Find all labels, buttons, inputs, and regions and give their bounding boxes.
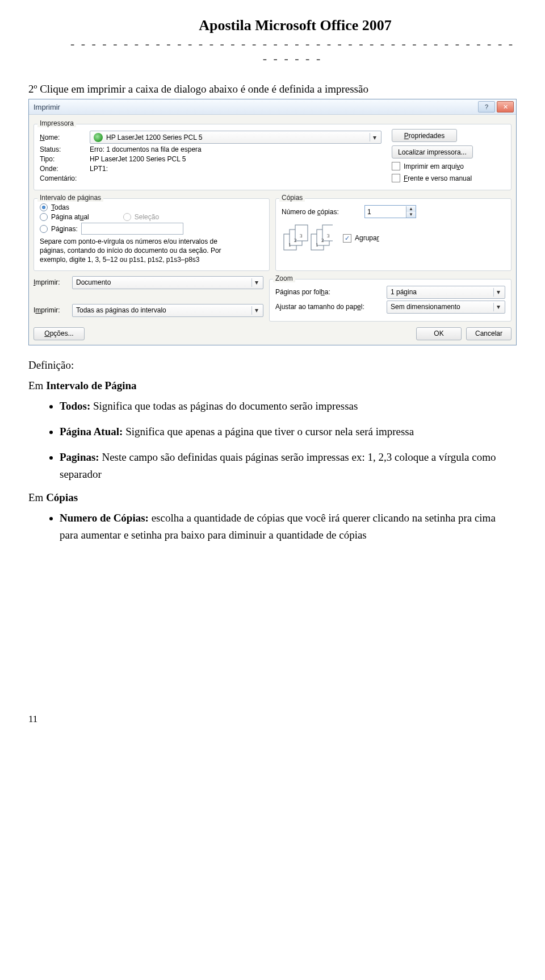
radio-icon (40, 213, 48, 221)
svg-text:2: 2 (294, 237, 297, 243)
lbl-tipo: Tipo: (40, 155, 86, 163)
chevron-down-icon: ▾ (370, 133, 379, 141)
collate-diagram-icon: 123 123 (282, 224, 333, 252)
properties-button[interactable]: Propriedades (392, 129, 457, 142)
lbl-onde: Onde: (40, 165, 86, 173)
intervalo-heading: Em Intervalo de Página (28, 380, 517, 392)
doc-title: Apostila Microsoft Office 2007 (28, 17, 517, 34)
svg-text:2: 2 (321, 237, 324, 243)
copias-heading: Em Cópias (28, 491, 517, 504)
svg-text:1: 1 (316, 242, 318, 248)
svg-text:1: 1 (288, 242, 291, 248)
printer-legend: Impressora (37, 119, 76, 127)
zoom-legend: Zoom (273, 274, 295, 282)
pages-per-sheet-text: 1 página (391, 288, 493, 296)
find-printer-button[interactable]: Localizar impressora... (392, 145, 473, 159)
print-what-text: Documento (76, 278, 251, 286)
page-number: 11 (28, 714, 517, 725)
chevron-down-icon: ▾ (493, 288, 503, 297)
copies-group: Cópias Número de cópias: ▲ ▼ (275, 198, 512, 271)
radio-icon (40, 225, 48, 233)
dialog-title: Imprimir (33, 103, 60, 111)
list-item: Paginas: Neste campo são definidas quais… (60, 449, 517, 482)
printer-name-dropdown[interactable]: HP LaserJet 1200 Series PCL 5 ▾ (90, 131, 382, 144)
onde-text: LPT1: (90, 165, 108, 173)
radio-paginas[interactable]: Páginas: (40, 225, 78, 233)
checkbox-icon (392, 174, 400, 182)
radio-icon (123, 213, 131, 221)
lbl-imprimir-2: Imprimir: (33, 306, 69, 314)
close-button[interactable]: ✕ (497, 101, 514, 112)
collate-checkbox[interactable]: ✓ Agrupar (343, 234, 379, 243)
scale-to-paper-dropdown[interactable]: Sem dimensionamento ▾ (387, 301, 505, 314)
printer-icon (94, 133, 103, 142)
lbl-imprimir-1: Imprimir: (33, 278, 69, 286)
radio-selected-icon (40, 203, 48, 211)
tipo-text: HP LaserJet 1200 Series PCL 5 (90, 155, 186, 163)
checkbox-icon (392, 162, 400, 170)
page-range-legend: Intervalo de páginas (37, 194, 103, 202)
print-range-dropdown[interactable]: Todas as páginas do intervalo ▾ (72, 304, 263, 317)
doc-divider: - - - - - - - - - - - - - - - - - - - - … (28, 36, 517, 66)
chevron-down-icon: ▾ (493, 303, 503, 311)
printer-group: Impressora Nome: HP LaserJet 1200 Series… (33, 124, 512, 190)
print-dialog: Imprimir ? ✕ Impressora Nome: HP LaserJe… (28, 99, 517, 345)
radio-pagina-atual[interactable]: Página atual (40, 213, 89, 221)
range-note: Separe com ponto-e-vírgula os números e/… (40, 237, 221, 265)
copies-spinner[interactable]: ▲ ▼ (364, 205, 416, 218)
chevron-down-icon: ▾ (251, 278, 261, 287)
intro-text: 2º Clique em imprimir a caixa de dialogo… (28, 83, 517, 95)
printer-name-text: HP LaserJet 1200 Series PCL 5 (106, 134, 370, 141)
options-button[interactable]: Opções... (33, 327, 85, 340)
copias-list: Numero de Cópias: escolha a quantidade d… (28, 510, 517, 543)
print-what-dropdown[interactable]: Documento ▾ (72, 276, 263, 289)
spinner-up-icon[interactable]: ▲ (406, 206, 416, 212)
status-text: Erro: 1 documentos na fila de espera (90, 145, 202, 153)
lbl-ajustar: Ajustar ao tamanho do papel: (275, 303, 383, 311)
list-item: Todos: Significa que todas as páginas do… (60, 398, 517, 414)
copies-legend: Cópias (279, 194, 305, 202)
lbl-status: Status: (40, 145, 86, 153)
chevron-down-icon: ▾ (251, 306, 261, 315)
cancel-button[interactable]: Cancelar (466, 327, 512, 340)
dialog-titlebar: Imprimir ? ✕ (29, 99, 516, 115)
pages-per-sheet-dropdown[interactable]: 1 página ▾ (387, 286, 505, 299)
lbl-numcop: Número de cópias: (282, 208, 361, 216)
lbl-ppf: Páginas por folha: (275, 288, 383, 296)
lbl-coment: Comentário: (40, 174, 86, 182)
pages-input[interactable] (81, 223, 183, 235)
svg-text:3: 3 (327, 233, 330, 239)
svg-text:3: 3 (300, 233, 303, 239)
copies-input[interactable] (365, 206, 406, 218)
intervalo-list: Todos: Significa que todas as páginas do… (28, 398, 517, 483)
definicao-heading: Definição: (28, 359, 517, 372)
ok-button[interactable]: OK (416, 327, 462, 340)
radio-selecao: Seleção (123, 213, 159, 221)
page-range-group: Intervalo de páginas Todas Página atual … (33, 198, 270, 271)
list-item: Numero de Cópias: escolha a quantidade d… (60, 510, 517, 543)
print-range-text: Todas as páginas do intervalo (76, 306, 251, 314)
help-button[interactable]: ? (478, 101, 495, 112)
checkbox-checked-icon: ✓ (343, 234, 351, 243)
manual-duplex-checkbox[interactable]: Frente e verso manual (392, 174, 472, 182)
zoom-group: Zoom Páginas por folha: 1 página ▾ Ajust… (269, 279, 512, 322)
scale-to-paper-text: Sem dimensionamento (391, 303, 493, 311)
radio-todas[interactable]: Todas (40, 203, 263, 211)
lbl-nome: Nome: (40, 134, 86, 141)
spinner-down-icon[interactable]: ▼ (406, 212, 416, 218)
print-to-file-checkbox[interactable]: Imprimir em arquivo (392, 162, 464, 170)
list-item: Página Atual: Significa que apenas a pág… (60, 423, 517, 440)
